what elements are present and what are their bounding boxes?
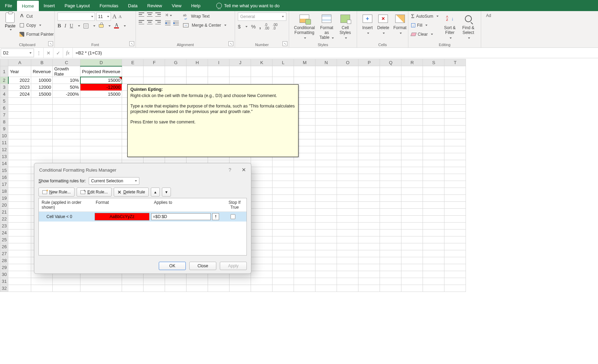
column-header-S[interactable]: S bbox=[423, 59, 444, 66]
cell-C31[interactable] bbox=[53, 278, 80, 285]
cell-O16[interactable] bbox=[337, 174, 358, 181]
cell-R29[interactable] bbox=[401, 264, 423, 271]
cell-S9[interactable] bbox=[423, 125, 444, 132]
font-size-dropdown[interactable]: 11 bbox=[96, 12, 111, 21]
cell-Q1[interactable] bbox=[380, 66, 401, 77]
row-header-29[interactable]: 29 bbox=[0, 264, 8, 271]
cell-A23[interactable] bbox=[8, 223, 31, 229]
cell-A28[interactable] bbox=[8, 257, 31, 264]
column-header-J[interactable]: J bbox=[229, 59, 251, 66]
cell-N9[interactable] bbox=[315, 125, 337, 132]
sort-filter-button[interactable]: Sort &Filter bbox=[441, 12, 459, 41]
cell-R13[interactable] bbox=[401, 153, 423, 160]
decrease-indent-button[interactable] bbox=[165, 21, 171, 26]
row-header-5[interactable]: 5 bbox=[0, 98, 8, 105]
cell-J1[interactable] bbox=[229, 66, 251, 77]
cell-B5[interactable] bbox=[31, 98, 53, 105]
cell-O23[interactable] bbox=[337, 223, 358, 229]
tab-review[interactable]: Review bbox=[142, 0, 167, 11]
cell-P27[interactable] bbox=[358, 250, 380, 257]
cell-T29[interactable] bbox=[444, 264, 466, 271]
cell-T18[interactable] bbox=[444, 188, 466, 195]
show-rules-for-dropdown[interactable]: Current Selection bbox=[89, 177, 139, 185]
cell-Q16[interactable] bbox=[380, 174, 401, 181]
row-header-21[interactable]: 21 bbox=[0, 209, 8, 216]
cell-O26[interactable] bbox=[337, 243, 358, 250]
cell-R11[interactable] bbox=[401, 139, 423, 146]
tab-formulas[interactable]: Formulas bbox=[95, 0, 123, 11]
enter-formula-button[interactable]: ✓ bbox=[53, 48, 63, 58]
cell-M20[interactable] bbox=[294, 202, 315, 209]
row-header-14[interactable]: 14 bbox=[0, 160, 8, 167]
cell-G2[interactable] bbox=[165, 77, 187, 84]
cell-P32[interactable] bbox=[358, 285, 380, 292]
row-header-2[interactable]: 2 bbox=[0, 77, 8, 84]
cell-Q24[interactable] bbox=[380, 229, 401, 236]
cell-N11[interactable] bbox=[315, 139, 337, 146]
bold-button[interactable]: B bbox=[58, 23, 61, 29]
cell-B7[interactable] bbox=[31, 112, 53, 119]
cell-M1[interactable] bbox=[294, 66, 315, 77]
cell-L31[interactable] bbox=[272, 278, 294, 285]
align-left-button[interactable] bbox=[139, 20, 144, 24]
cell-K21[interactable] bbox=[251, 209, 272, 216]
cell-P28[interactable] bbox=[358, 257, 380, 264]
cell-T19[interactable] bbox=[444, 195, 466, 202]
delete-cells-button[interactable]: Delete bbox=[375, 12, 391, 36]
cell-C8[interactable] bbox=[53, 119, 80, 125]
cell-T30[interactable] bbox=[444, 271, 466, 278]
number-format-dropdown[interactable]: General bbox=[238, 12, 286, 21]
cell-O15[interactable] bbox=[337, 167, 358, 174]
cell-A18[interactable] bbox=[8, 188, 31, 195]
cell-P7[interactable] bbox=[358, 112, 380, 119]
row-header-6[interactable]: 6 bbox=[0, 105, 8, 112]
cell-P24[interactable] bbox=[358, 229, 380, 236]
cell-R20[interactable] bbox=[401, 202, 423, 209]
cell-R7[interactable] bbox=[401, 112, 423, 119]
cell-R27[interactable] bbox=[401, 250, 423, 257]
cell-K15[interactable] bbox=[251, 167, 272, 174]
cell-T23[interactable] bbox=[444, 223, 466, 229]
cell-D4[interactable]: 15000 bbox=[80, 91, 122, 98]
cell-P25[interactable] bbox=[358, 236, 380, 243]
cell-O8[interactable] bbox=[337, 119, 358, 125]
row-header-22[interactable]: 22 bbox=[0, 216, 8, 223]
cell-P21[interactable] bbox=[358, 209, 380, 216]
cell-T10[interactable] bbox=[444, 132, 466, 139]
cell-M31[interactable] bbox=[294, 278, 315, 285]
cell-L19[interactable] bbox=[272, 195, 294, 202]
cell-A31[interactable] bbox=[8, 278, 31, 285]
column-header-A[interactable]: A bbox=[8, 59, 31, 66]
cell-P11[interactable] bbox=[358, 139, 380, 146]
cell-D5[interactable] bbox=[80, 98, 122, 105]
cell-Q21[interactable] bbox=[380, 209, 401, 216]
cell-L15[interactable] bbox=[272, 167, 294, 174]
cell-L14[interactable] bbox=[272, 160, 294, 167]
cell-S8[interactable] bbox=[423, 119, 444, 125]
cell-P9[interactable] bbox=[358, 125, 380, 132]
cell-N16[interactable] bbox=[315, 174, 337, 181]
column-header-F[interactable]: F bbox=[144, 59, 165, 66]
cell-A6[interactable] bbox=[8, 105, 31, 112]
align-top-button[interactable] bbox=[139, 12, 144, 17]
cell-K16[interactable] bbox=[251, 174, 272, 181]
cell-R12[interactable] bbox=[401, 146, 423, 153]
cell-C2[interactable]: 10% bbox=[53, 77, 80, 84]
cell-M17[interactable] bbox=[294, 181, 315, 188]
cell-Q31[interactable] bbox=[380, 278, 401, 285]
cell-L22[interactable] bbox=[272, 216, 294, 223]
cell-L26[interactable] bbox=[272, 243, 294, 250]
cell-S3[interactable] bbox=[423, 84, 444, 91]
clipboard-launcher[interactable]: ⤡ bbox=[48, 41, 53, 46]
cell-C11[interactable] bbox=[53, 139, 80, 146]
row-header-7[interactable]: 7 bbox=[0, 112, 8, 119]
cell-D12[interactable] bbox=[80, 146, 122, 153]
cell-Q27[interactable] bbox=[380, 250, 401, 257]
cell-P29[interactable] bbox=[358, 264, 380, 271]
cell-R18[interactable] bbox=[401, 188, 423, 195]
cell-P10[interactable] bbox=[358, 132, 380, 139]
cell-D13[interactable] bbox=[80, 153, 122, 160]
cell-K20[interactable] bbox=[251, 202, 272, 209]
cell-O12[interactable] bbox=[337, 146, 358, 153]
cell-T2[interactable] bbox=[444, 77, 466, 84]
